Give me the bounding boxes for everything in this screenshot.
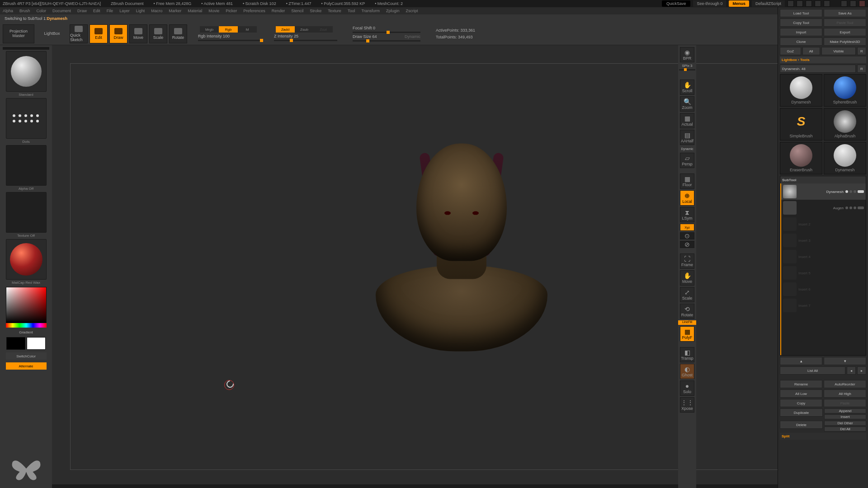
dynamic-label[interactable]: Dynamic: [405, 34, 420, 39]
duplicate-button[interactable]: Duplicate: [780, 408, 823, 417]
subtool-row[interactable]: Insert 2: [781, 216, 866, 232]
win-icon-5[interactable]: [824, 0, 830, 7]
zoom-button[interactable]: 🔍Zoom: [680, 96, 694, 112]
menu-layer[interactable]: Layer: [119, 9, 130, 13]
dyn-r-button[interactable]: R: [857, 65, 866, 73]
menu-zscript[interactable]: Zscript: [406, 9, 418, 13]
all-low-button[interactable]: All Low: [780, 389, 822, 398]
bpr-button[interactable]: ◉BPR: [680, 47, 694, 62]
eye-icon[interactable]: [858, 190, 864, 193]
append-button[interactable]: Append: [824, 408, 866, 413]
actual-button[interactable]: ▦Actual: [680, 113, 694, 128]
default-zscript[interactable]: DefaultZScript: [752, 0, 785, 7]
lsym-button[interactable]: ⧗LSym: [680, 207, 694, 222]
subtool-row[interactable]: Insert 5: [781, 265, 866, 281]
quick-sketch-button[interactable]: Quick Sketch: [70, 24, 88, 43]
win-icon-3[interactable]: [806, 0, 812, 7]
bottom-scrollbar[interactable]: [52, 484, 868, 488]
arrow-left-button[interactable]: ◂: [847, 366, 856, 375]
subtool-row[interactable]: Insert 4: [781, 249, 866, 265]
split-header[interactable]: Split: [780, 433, 866, 440]
ghost-button[interactable]: ◐Ghost: [680, 364, 694, 379]
aahalf-button[interactable]: ▤AAHalf: [680, 130, 694, 145]
menu-document[interactable]: Document: [52, 9, 71, 13]
gradient-label[interactable]: Gradient: [19, 330, 33, 334]
maximize-icon[interactable]: [850, 0, 856, 7]
list-all-button[interactable]: List All: [780, 366, 845, 375]
menu-color[interactable]: Color: [37, 9, 47, 13]
paste-tool-button[interactable]: Paste Tool: [824, 19, 866, 27]
rgb-intensity-slider[interactable]: [198, 40, 261, 41]
menu-movie[interactable]: Movie: [208, 9, 219, 13]
menu-draw[interactable]: Draw: [77, 9, 87, 13]
menus-toggle[interactable]: Menus: [729, 0, 749, 7]
load-tool-button[interactable]: Load Tool: [780, 9, 822, 17]
del-other-button[interactable]: Del Other: [824, 421, 866, 426]
scroll-button[interactable]: ✋Scroll: [680, 80, 694, 95]
menu-brush[interactable]: Brush: [19, 9, 30, 13]
zsub-button[interactable]: Zsub: [295, 26, 314, 33]
delete-button[interactable]: Delete: [780, 421, 823, 429]
move-up-button[interactable]: ▴: [780, 357, 822, 365]
nav-scale-button[interactable]: ⤢Scale: [680, 287, 694, 302]
lightbox-tools-header[interactable]: Lightbox › Tools: [780, 56, 866, 63]
swatch-white[interactable]: [27, 337, 46, 350]
mrgb-button[interactable]: Mrgb: [200, 26, 219, 33]
arrow-right-button[interactable]: ▸: [857, 366, 866, 375]
menu-alpha[interactable]: Alpha: [3, 9, 13, 13]
clone-button[interactable]: Clone: [780, 38, 822, 46]
win-icon-4[interactable]: [815, 0, 821, 7]
dynamesh-res-slider[interactable]: Dynamesh. 48: [780, 65, 856, 73]
color-picker[interactable]: [6, 287, 47, 328]
win-icon-2[interactable]: [797, 0, 803, 7]
menu-texture[interactable]: Texture: [328, 9, 341, 13]
tool-spherebrush[interactable]: SphereBrush: [824, 74, 866, 107]
menu-material[interactable]: Material: [188, 9, 202, 13]
pivot-clear-button[interactable]: ⊘: [680, 241, 694, 248]
polyf-button[interactable]: ▦PolyF: [680, 326, 694, 342]
move-down-button[interactable]: ▾: [824, 357, 866, 365]
goz-r-button[interactable]: R: [857, 47, 866, 55]
material-slot[interactable]: MatCap Red Wax: [6, 239, 47, 280]
menu-marker[interactable]: Marker: [169, 9, 181, 13]
persp-button[interactable]: ▱Persp: [680, 153, 694, 168]
subtool-row[interactable]: Augen: [781, 200, 866, 216]
menu-file[interactable]: File: [107, 9, 113, 13]
transp-button[interactable]: ◧Transp: [680, 347, 694, 362]
stroke-slot[interactable]: Dots: [6, 98, 47, 139]
menu-tool[interactable]: Tool: [348, 9, 355, 13]
menu-edit[interactable]: Edit: [93, 9, 100, 13]
color-field[interactable]: [6, 287, 47, 323]
menu-picker[interactable]: Picker: [226, 9, 237, 13]
menu-render[interactable]: Render: [272, 9, 285, 13]
all-high-button[interactable]: All High: [824, 389, 866, 398]
tool-eraserbrush[interactable]: EraserBrush: [780, 142, 822, 174]
export-button[interactable]: Export: [824, 28, 866, 36]
solo-button[interactable]: ●Solo: [680, 380, 694, 396]
menu-preferences[interactable]: Preferences: [243, 9, 265, 13]
autoreorder-button[interactable]: AutoReorder: [824, 380, 866, 388]
tool-alphabrush[interactable]: AlphaBrush: [824, 108, 866, 141]
floor-button[interactable]: ▦Floor: [680, 174, 694, 189]
nav-rotate-button[interactable]: ⟲Rotate: [680, 304, 694, 319]
viewport[interactable]: [70, 63, 853, 470]
rgb-button[interactable]: Rgb: [219, 26, 238, 33]
edit-mode-button[interactable]: Edit: [90, 24, 108, 43]
paste-button[interactable]: Paste: [824, 399, 866, 407]
save-as-button[interactable]: Save As: [824, 9, 866, 17]
z-intensity-slider[interactable]: [274, 40, 337, 41]
xyz-button[interactable]: Xyz: [680, 224, 694, 231]
import-button[interactable]: Import: [780, 28, 822, 36]
menu-stroke[interactable]: Stroke: [310, 9, 321, 13]
quicksave-button[interactable]: QuickSave: [662, 0, 691, 7]
tool-dynamesh[interactable]: Dynamesh: [780, 74, 822, 107]
zcut-button[interactable]: Zcut: [314, 26, 333, 33]
goz-visible-button[interactable]: Visible: [821, 47, 856, 55]
subtool-row[interactable]: Insert 7: [781, 297, 866, 314]
win-icon-1[interactable]: [788, 0, 794, 7]
projection-master-button[interactable]: Projection Master: [3, 24, 34, 43]
brush-slot[interactable]: Standard: [6, 51, 47, 92]
tray-handle[interactable]: [3, 47, 49, 50]
insert-button[interactable]: Insert: [824, 414, 866, 419]
texture-slot[interactable]: Texture Off: [6, 192, 47, 233]
